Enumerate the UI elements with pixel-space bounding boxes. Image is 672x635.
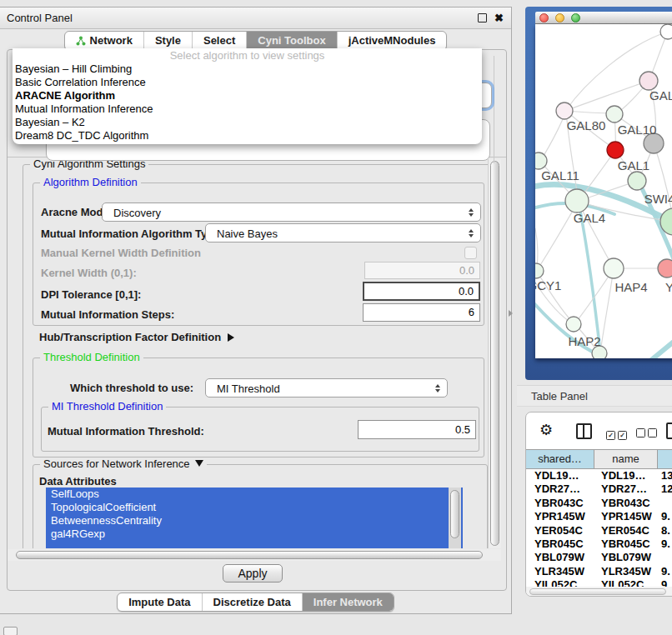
network-view-window[interactable]: GALGAL80GAL10GAL11GAL1GAL4SWI4HAP4YGCY1H…	[525, 7, 672, 380]
minimize-traffic-light-icon[interactable]	[555, 13, 564, 22]
deselect-all-columns-icon[interactable]	[636, 426, 659, 441]
network-node[interactable]	[639, 72, 658, 90]
close-traffic-light-icon[interactable]	[539, 13, 549, 22]
algorithm-option[interactable]: Bayesian – K2	[13, 116, 482, 129]
network-canvas[interactable]: GALGAL80GAL10GAL11GAL1GAL4SWI4HAP4YGCY1H…	[535, 24, 672, 358]
control-panel-titlebar[interactable]: Control Panel ✖	[0, 8, 511, 29]
attribute-item-selected[interactable]: SelfLoops	[46, 488, 463, 501]
tab-cyni-toolbox[interactable]: Cyni Toolbox	[246, 32, 336, 50]
table-panel-header: Table Panel	[517, 385, 672, 407]
tab-select[interactable]: Select	[192, 32, 246, 50]
close-icon[interactable]: ✖	[494, 8, 504, 28]
clipped-toolbar-icon[interactable]	[666, 422, 672, 439]
table-row[interactable]: YDR27…YDR27…12	[526, 482, 672, 496]
table-row[interactable]: YIL052CYIL052C9	[526, 578, 672, 587]
attribute-item-selected[interactable]: gal4RGexp	[46, 528, 463, 541]
apply-button[interactable]: Apply	[223, 564, 283, 582]
network-edge[interactable]	[650, 338, 672, 358]
scrollbar-thumb[interactable]	[529, 588, 666, 595]
table-cell: YBR043C	[526, 497, 594, 510]
hidden-groupbox-border	[494, 56, 494, 163]
table-row[interactable]: YLR345WYLR345W9.	[526, 565, 672, 578]
mi-threshold-field[interactable]: 0.5	[358, 420, 476, 439]
settings-horizontal-scrollbar[interactable]	[8, 549, 501, 561]
tab-style[interactable]: Style	[143, 32, 192, 50]
tab-discretize-data[interactable]: Discretize Data	[202, 593, 302, 611]
table-row[interactable]: YER054CYER054C8.	[526, 524, 672, 538]
attribute-item-selected[interactable]: BetweennessCentrality	[46, 514, 463, 528]
network-node[interactable]	[660, 24, 672, 39]
table-row[interactable]: YDL19…YDL19…13	[526, 469, 672, 482]
pane-divider-arrow[interactable]	[509, 310, 513, 317]
table-cell: 9.	[658, 510, 672, 523]
manual-kernel-checkbox[interactable]	[464, 247, 477, 259]
network-node-label: GAL11	[541, 168, 579, 182]
hub-definition-expander[interactable]: Hub/Transcription Factor Definition	[39, 331, 234, 343]
list-scrollbar[interactable]	[449, 488, 461, 548]
table-header-row: shared… name	[526, 449, 672, 469]
mi-steps-field[interactable]: 6	[363, 303, 480, 322]
network-node-label: HAP4	[614, 280, 647, 294]
table-cell: YDR27…	[594, 482, 658, 496]
network-node-label: Y	[665, 280, 672, 294]
zoom-traffic-light-icon[interactable]	[571, 13, 580, 22]
network-node[interactable]	[607, 142, 624, 158]
tab-infer-network[interactable]: Infer Network	[302, 593, 394, 611]
clipped-corner-icon[interactable]	[3, 627, 18, 635]
sources-expander[interactable]: Sources for Network Inference	[40, 458, 207, 470]
network-node[interactable]	[535, 263, 544, 278]
network-graph[interactable]: GALGAL80GAL10GAL11GAL1GAL4SWI4HAP4YGCY1H…	[535, 24, 672, 358]
table-cell: 12	[658, 482, 672, 496]
table-cell: YER054C	[594, 524, 658, 538]
table-row[interactable]: YBR045CYBR045C9.	[526, 538, 672, 551]
which-threshold-combobox[interactable]: MI Threshold	[205, 378, 448, 398]
table-row[interactable]: YPR145WYPR145W9.	[526, 510, 672, 523]
dpi-tolerance-field[interactable]: 0.0	[363, 282, 480, 301]
table-horizontal-scrollbar[interactable]	[526, 587, 672, 597]
table-row[interactable]: YBR043CYBR043C	[526, 497, 672, 510]
aracne-mode-combobox[interactable]: Discovery	[102, 202, 481, 222]
gear-icon[interactable]: ⚙	[539, 421, 553, 439]
kernel-width-field[interactable]: 0.0	[364, 262, 480, 279]
network-node[interactable]	[535, 152, 547, 169]
network-node[interactable]	[604, 258, 624, 278]
network-node[interactable]	[565, 189, 589, 212]
network-edge[interactable]	[600, 268, 614, 352]
select-all-columns-icon[interactable]: ✓✓	[606, 426, 629, 441]
scrollbar-thumb[interactable]	[16, 551, 483, 559]
table-cell: YBL079W	[526, 551, 594, 564]
network-window-titlebar[interactable]	[535, 12, 672, 24]
table-row[interactable]: YBL079WYBL079W	[526, 551, 672, 564]
network-node[interactable]	[556, 102, 573, 119]
attribute-item-selected[interactable]: TopologicalCoefficient	[46, 501, 463, 514]
collapsed-arrow-icon	[228, 333, 234, 342]
network-node[interactable]	[658, 259, 672, 278]
mi-type-combobox[interactable]: Naive Bayes	[205, 223, 481, 242]
network-node[interactable]	[606, 106, 623, 122]
algorithm-option-selected[interactable]: ARACNE Algorithm	[13, 89, 482, 102]
expanded-arrow-icon	[195, 460, 203, 467]
tab-network[interactable]: Network	[65, 32, 143, 50]
column-header-shared-name[interactable]: shared…	[526, 450, 594, 468]
tab-jactivemnodules[interactable]: jActiveMNodules	[337, 32, 447, 50]
algorithm-option[interactable]: Dream8 DC_TDC Algorithm	[13, 129, 482, 142]
float-window-icon[interactable]	[478, 13, 487, 22]
table-cell: YPR145W	[526, 510, 594, 523]
network-edge[interactable]	[579, 202, 600, 352]
network-node[interactable]	[566, 317, 581, 332]
group-title: MI Threshold Definition	[48, 401, 166, 412]
column-header-clipped[interactable]	[658, 450, 672, 468]
settings-vertical-scrollbar[interactable]	[488, 159, 501, 548]
list-scrollbar-thumb[interactable]	[450, 490, 459, 538]
algorithm-option[interactable]: Basic Correlation Inference	[13, 76, 482, 89]
network-node[interactable]	[628, 172, 646, 190]
scrollbar-thumb[interactable]	[490, 161, 499, 546]
algorithm-option[interactable]: Bayesian – Hill Climbing	[13, 62, 482, 76]
data-attributes-list[interactable]: SelfLoopsTopologicalCoefficientBetweenne…	[46, 488, 463, 548]
tab-impute-data[interactable]: Impute Data	[118, 593, 201, 611]
algorithm-option[interactable]: Mutual Information Inference	[13, 102, 482, 116]
stepper-arrows-icon	[469, 208, 474, 217]
column-header-name[interactable]: name	[594, 450, 658, 468]
column-layout-icon[interactable]	[576, 423, 592, 439]
network-node-label: SWI4	[644, 192, 672, 206]
